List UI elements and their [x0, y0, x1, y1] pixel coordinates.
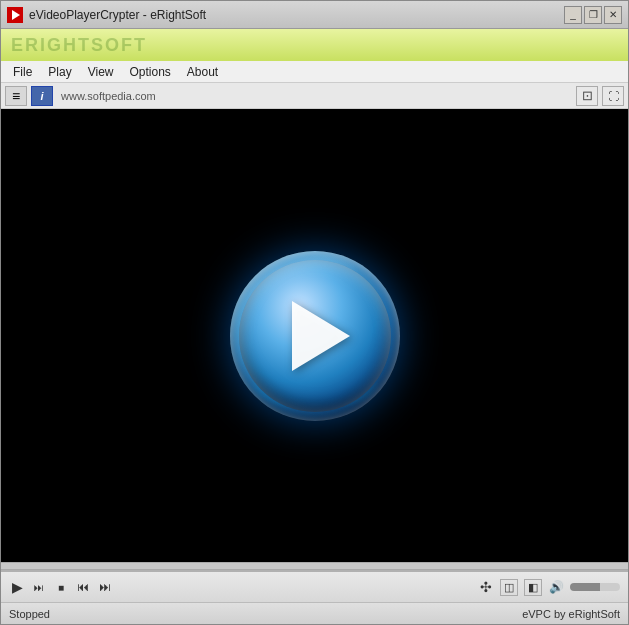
menu-icon-button[interactable]: ≡: [5, 86, 27, 106]
menu-file[interactable]: File: [5, 63, 40, 81]
controls-bar: ▶ ⏭ ■ ⏮ ⏭ ✣ ◫ ◧ 🔊: [1, 570, 628, 602]
next-chapter-button[interactable]: ⏭: [97, 580, 113, 594]
right-controls: ✣ ◫ ◧ 🔊: [478, 579, 620, 596]
audio-button[interactable]: 🔊: [548, 580, 564, 594]
menubar: File Play View Options About: [1, 61, 628, 83]
status-text: Stopped: [9, 608, 522, 620]
frame-back-button[interactable]: ◫: [500, 579, 518, 596]
stop-button[interactable]: ■: [53, 582, 69, 593]
prev-chapter-button[interactable]: ⏮: [75, 580, 91, 594]
play-control-button[interactable]: ▶: [9, 579, 25, 595]
video-display[interactable]: [1, 109, 628, 562]
menu-view[interactable]: View: [80, 63, 122, 81]
branding-strip: eRightSoft: [1, 29, 628, 61]
restore-button[interactable]: ❐: [584, 6, 602, 24]
menu-options[interactable]: Options: [121, 63, 178, 81]
progress-bar[interactable]: [1, 562, 628, 570]
close-button[interactable]: ✕: [604, 6, 622, 24]
frame-fwd-button[interactable]: ◧: [524, 579, 542, 596]
titlebar: eVideoPlayerCrypter - eRightSoft _ ❐ ✕: [1, 1, 628, 29]
play-button-ring: [239, 260, 391, 412]
minimize-button[interactable]: _: [564, 6, 582, 24]
toolbar-right-icons: ⊡ ⛶: [576, 86, 624, 106]
play-button-visual[interactable]: [230, 251, 400, 421]
play-button-outer: [230, 251, 400, 421]
volume-slider[interactable]: [570, 583, 620, 591]
frame-step-button[interactable]: ⏭: [31, 582, 47, 593]
toolbar: ≡ i www.softpedia.com ⊡ ⛶: [1, 83, 628, 109]
menu-play[interactable]: Play: [40, 63, 79, 81]
window-controls: _ ❐ ✕: [564, 6, 622, 24]
menu-about[interactable]: About: [179, 63, 226, 81]
window-title: eVideoPlayerCrypter - eRightSoft: [29, 8, 564, 22]
branding-text: eRightSoft: [11, 35, 147, 56]
status-brand: eVPC by eRightSoft: [522, 608, 620, 620]
url-display: www.softpedia.com: [57, 90, 572, 102]
fullscreen-button[interactable]: ⛶: [602, 86, 624, 106]
statusbar: Stopped eVPC by eRightSoft: [1, 602, 628, 624]
play-triangle-icon: [292, 301, 350, 371]
fit-window-button[interactable]: ⊡: [576, 86, 598, 106]
move-icon[interactable]: ✣: [478, 579, 494, 595]
main-window: eVideoPlayerCrypter - eRightSoft _ ❐ ✕ e…: [0, 0, 629, 625]
info-icon-button[interactable]: i: [31, 86, 53, 106]
app-icon: [7, 7, 23, 23]
